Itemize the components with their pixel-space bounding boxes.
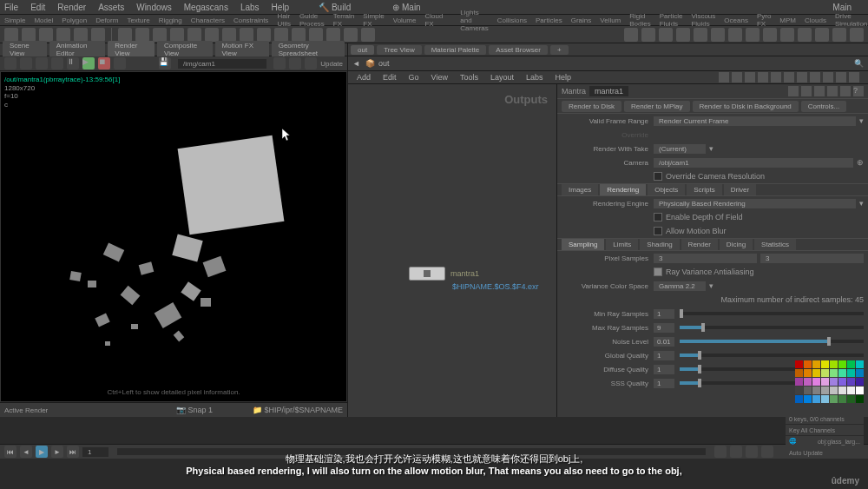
render-to-disk-button[interactable]: Render to Disk <box>562 101 621 112</box>
palette-swatch[interactable] <box>812 378 820 386</box>
palette-swatch[interactable] <box>847 395 855 403</box>
netmenu-add[interactable]: Add <box>357 73 371 82</box>
tab-out[interactable]: out <box>351 45 374 55</box>
globalq-input[interactable]: 1 <box>654 351 674 360</box>
min-ray-slider[interactable] <box>680 312 864 315</box>
menu-render[interactable]: Render <box>57 3 86 12</box>
net-toolbar-icon[interactable] <box>771 72 781 83</box>
shelf-tab[interactable]: Polygon <box>62 17 87 24</box>
shelf-tool-icon[interactable] <box>118 28 132 42</box>
tab-add[interactable]: + <box>550 45 569 55</box>
net-toolbar-icon[interactable] <box>849 72 859 83</box>
shelf-tool-icon[interactable] <box>344 28 358 42</box>
net-toolbar-icon[interactable] <box>758 72 768 83</box>
render-clip-icon[interactable] <box>114 57 126 69</box>
palette-swatch[interactable] <box>838 378 846 386</box>
mblur-checkbox[interactable] <box>654 227 662 235</box>
rayvar-checkbox[interactable] <box>654 268 662 276</box>
network-view[interactable]: Outputs mantra1 $HIPNAME.$OS.$F4.exr <box>348 84 556 417</box>
menu-file[interactable]: File <box>4 3 18 12</box>
render-save-icon[interactable]: 💾 <box>159 57 171 69</box>
tab-shading[interactable]: Shading <box>640 239 679 250</box>
render-btn[interactable] <box>20 57 32 69</box>
shelf-tool-icon[interactable] <box>257 28 271 42</box>
shelf-tool-icon[interactable] <box>135 28 149 42</box>
menu-megascans[interactable]: Megascans <box>184 3 228 12</box>
palette-swatch[interactable] <box>812 387 820 394</box>
shelf-tool-icon[interactable] <box>4 28 18 42</box>
sssq-input[interactable]: 1 <box>654 379 674 388</box>
param-help-icon[interactable]: ? <box>853 86 864 96</box>
net-toolbar-icon[interactable] <box>784 72 794 83</box>
palette-swatch[interactable] <box>795 387 803 394</box>
camera-tool-icon[interactable] <box>832 28 846 42</box>
netmenu-view[interactable]: View <box>431 73 448 82</box>
palette-swatch[interactable] <box>804 387 812 394</box>
shelf-tab[interactable]: Clouds <box>805 17 826 24</box>
palette-swatch[interactable] <box>838 387 846 394</box>
shelf-tab[interactable]: Characters <box>191 17 225 24</box>
camera-chooser-icon[interactable]: ⊕ <box>857 158 864 167</box>
palette-swatch[interactable] <box>821 387 829 394</box>
light-tool-icon[interactable] <box>676 28 690 42</box>
palette-swatch[interactable] <box>821 395 829 403</box>
menu-edit[interactable]: Edit <box>30 3 45 12</box>
shelf-tool-icon[interactable] <box>91 28 105 42</box>
tab-dicing[interactable]: Dicing <box>720 239 753 250</box>
shelf-tool-icon[interactable] <box>74 28 88 42</box>
palette-swatch[interactable] <box>830 378 838 386</box>
camera-path-input[interactable]: /obj/cam1 <box>654 158 853 168</box>
palette-swatch[interactable] <box>821 369 829 377</box>
netmenu-tools[interactable]: Tools <box>460 73 478 82</box>
shelf-tab[interactable]: Rigid Bodies <box>629 12 650 28</box>
tab-composite[interactable]: Composite View <box>157 41 213 58</box>
param-icon[interactable] <box>814 86 825 96</box>
shelf-tab[interactable]: Viscous Fluids <box>691 12 715 28</box>
param-icon[interactable] <box>840 86 851 96</box>
shelf-tool-icon[interactable] <box>222 28 236 42</box>
tab-tree-view[interactable]: Tree View <box>377 45 422 55</box>
netmenu-edit[interactable]: Edit <box>383 73 397 82</box>
render-btn[interactable] <box>305 57 317 69</box>
palette-swatch[interactable] <box>795 369 803 377</box>
diffuseq-input[interactable]: 1 <box>654 365 674 374</box>
palette-swatch[interactable] <box>812 369 820 377</box>
palette-swatch[interactable] <box>856 360 864 368</box>
shelf-tab[interactable]: Model <box>34 17 53 24</box>
shelf-tool-icon[interactable] <box>326 28 340 42</box>
netmenu-go[interactable]: Go <box>409 73 419 82</box>
render-to-mplay-button[interactable]: Render to MPlay <box>624 101 690 112</box>
tab-motionfx[interactable]: Motion FX View <box>215 41 269 58</box>
net-toolbar-icon[interactable] <box>719 72 729 83</box>
desktop-build[interactable]: 🔨 Build <box>319 3 363 12</box>
render-btn[interactable] <box>51 57 63 69</box>
tab-material[interactable]: Material Palette <box>424 45 487 55</box>
tab-scripts[interactable]: Scripts <box>687 184 721 195</box>
globalq-slider[interactable] <box>680 354 864 357</box>
palette-swatch[interactable] <box>830 395 838 403</box>
light-tool-icon[interactable] <box>798 28 812 42</box>
shelf-tool-icon[interactable] <box>170 28 184 42</box>
palette-swatch[interactable] <box>856 378 864 386</box>
tab-render[interactable]: Render <box>681 239 718 250</box>
net-toolbar-icon[interactable] <box>797 72 807 83</box>
tab-images[interactable]: Images <box>562 184 598 195</box>
palette-swatch[interactable] <box>804 360 812 368</box>
render-pause-icon[interactable]: ⏸ <box>67 57 79 69</box>
shelf-tab[interactable]: Volume <box>393 17 417 24</box>
path-obj-icon[interactable]: 📦 <box>365 59 375 68</box>
shelf-tab[interactable]: Particle Fluids <box>660 12 683 28</box>
camera-tool-icon[interactable] <box>815 28 829 42</box>
shelf-tab[interactable]: Lights and Cameras <box>460 9 488 32</box>
render-btn[interactable] <box>4 57 16 69</box>
noise-slider[interactable] <box>680 340 864 343</box>
keyall-button[interactable]: Key All Channels <box>786 425 864 435</box>
path-back-icon[interactable]: ◄ <box>352 59 360 68</box>
palette-swatch[interactable] <box>804 378 812 386</box>
render-btn[interactable] <box>36 57 48 69</box>
min-ray-input[interactable]: 1 <box>654 309 674 319</box>
shelf-tab[interactable]: Texture <box>127 17 149 24</box>
palette-swatch[interactable] <box>838 395 846 403</box>
shelf-tool-icon[interactable] <box>361 28 375 42</box>
override-cam-checkbox[interactable] <box>654 172 662 181</box>
